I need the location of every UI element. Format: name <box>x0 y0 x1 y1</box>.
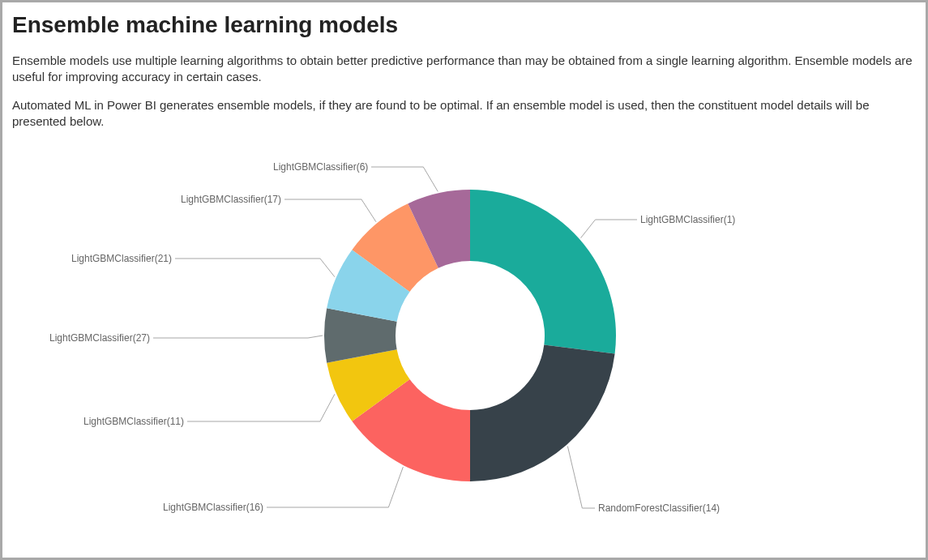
slice-label: LightGBMClassifier(6) <box>273 161 368 173</box>
page-title: Ensemble machine learning models <box>12 12 916 38</box>
slice-label: LightGBMClassifier(16) <box>163 502 263 513</box>
page-container: Ensemble machine learning models Ensembl… <box>2 2 926 558</box>
leader-line <box>153 336 323 338</box>
slice-label: LightGBMClassifier(17) <box>181 194 281 205</box>
intro-paragraph-2: Automated ML in Power BI generates ensem… <box>12 97 916 130</box>
donut-slice[interactable] <box>470 345 615 481</box>
slice-label: LightGBMClassifier(27) <box>49 332 150 344</box>
slice-label: LightGBMClassifier(11) <box>83 416 184 427</box>
slice-label: RandomForestClassifier(14) <box>598 502 720 514</box>
leader-line <box>187 394 335 421</box>
intro-paragraph-1: Ensemble models use multiple learning al… <box>12 53 916 86</box>
slice-label: LightGBMClassifier(21) <box>71 253 172 264</box>
slice-label: LightGBMClassifier(1) <box>640 214 735 225</box>
donut-svg <box>320 157 620 514</box>
leader-line <box>175 259 335 277</box>
donut-slice[interactable] <box>470 190 616 354</box>
donut-chart: LightGBMClassifier(1)RandomForestClassif… <box>12 141 916 538</box>
